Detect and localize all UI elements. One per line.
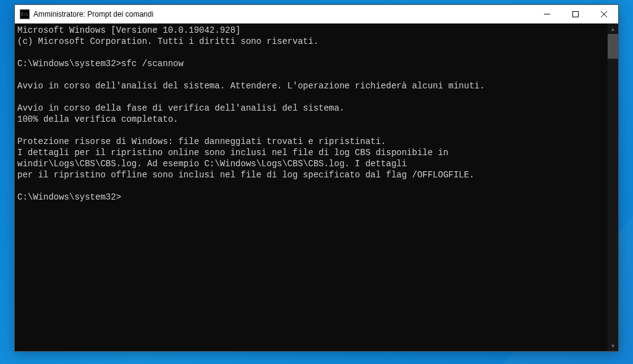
cmd-icon — [20, 9, 30, 19]
titlebar[interactable]: Amministratore: Prompt dei comandi — [15, 5, 618, 23]
command-prompt-window: Amministratore: Prompt dei comandi Micro… — [14, 4, 619, 352]
window-controls — [533, 5, 618, 23]
minimize-button[interactable] — [533, 5, 561, 23]
maximize-button[interactable] — [561, 5, 590, 23]
window-title: Amministratore: Prompt dei comandi — [33, 10, 533, 19]
svg-rect-1 — [573, 12, 579, 17]
vertical-scrollbar[interactable]: ▲ ▼ — [608, 23, 618, 351]
scroll-thumb[interactable] — [608, 34, 618, 59]
current-prompt: C:\Windows\system32> — [17, 192, 121, 202]
close-button[interactable] — [590, 5, 618, 23]
terminal-area[interactable]: Microsoft Windows [Versione 10.0.19042.9… — [15, 23, 618, 351]
scroll-down-button[interactable]: ▼ — [608, 341, 618, 351]
terminal-output: Microsoft Windows [Versione 10.0.19042.9… — [15, 23, 618, 204]
scroll-up-button[interactable]: ▲ — [608, 23, 618, 34]
